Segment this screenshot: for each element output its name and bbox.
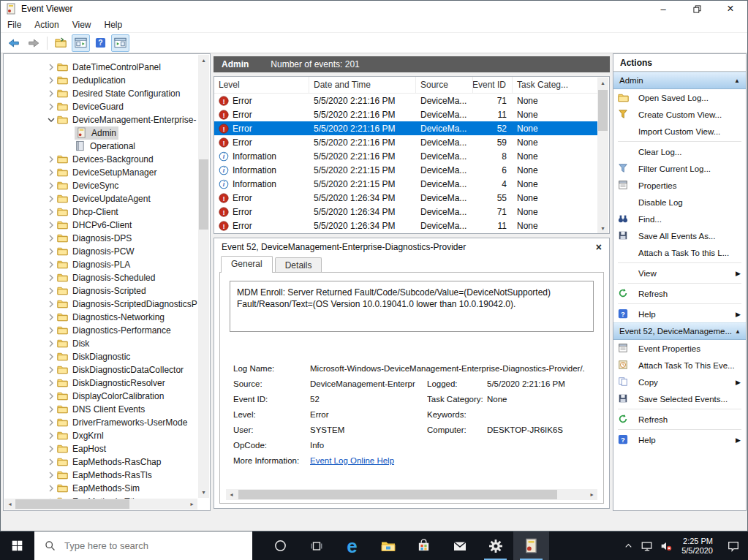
action-center-button[interactable] <box>719 540 748 553</box>
column-header-event-id[interactable]: Event ID <box>473 77 513 93</box>
volume-muted-icon[interactable] <box>657 540 676 553</box>
scroll-left-icon[interactable]: ◂ <box>4 499 15 510</box>
action-copy[interactable]: Copy▶ <box>613 374 746 390</box>
console-tree-toggle[interactable] <box>72 34 90 52</box>
tree-item-devicesync[interactable]: DeviceSync <box>4 179 197 192</box>
action-disable-log[interactable]: Disable Log <box>613 194 746 211</box>
event-row-id-71[interactable]: !Error5/5/2020 1:26:34 PMDeviceMa...71No… <box>214 205 597 219</box>
event-row-id-4[interactable]: iInformation5/5/2020 2:21:15 PMDeviceMa.… <box>214 177 597 191</box>
event-row-id-8[interactable]: iInformation5/5/2020 2:21:16 PMDeviceMa.… <box>214 149 597 163</box>
tree-item-dhcp-client[interactable]: Dhcp-Client <box>4 205 197 219</box>
tree-item-diskdiagnosticdatacollector[interactable]: DiskDiagnosticDataCollector <box>4 363 197 377</box>
chevron-right-icon[interactable] <box>45 219 57 231</box>
tree-item-deviceupdateagent[interactable]: DeviceUpdateAgent <box>4 192 197 205</box>
start-button[interactable] <box>0 531 34 560</box>
tree-item-displaycolorcalibration[interactable]: DisplayColorCalibration <box>4 390 197 403</box>
help-button[interactable]: ? <box>91 34 110 52</box>
forward-button[interactable] <box>24 34 42 52</box>
collapse-icon[interactable]: ▲ <box>731 77 740 84</box>
chevron-right-icon[interactable] <box>45 272 57 284</box>
chevron-down-icon[interactable] <box>45 114 57 126</box>
tree-item-diagnosis-pcw[interactable]: Diagnosis-PCW <box>4 245 197 258</box>
edge-button[interactable]: e <box>334 531 370 560</box>
restore-button[interactable] <box>680 1 714 17</box>
scroll-right-icon[interactable]: ▸ <box>186 499 197 510</box>
tree-item-dxgkrnl[interactable]: DxgKrnl <box>4 429 197 442</box>
chevron-right-icon[interactable] <box>45 351 57 363</box>
event-row-id-59[interactable]: !Error5/5/2020 2:21:16 PMDeviceMa...59No… <box>214 135 597 149</box>
tree-item-deduplication[interactable]: Deduplication <box>4 74 197 87</box>
chevron-right-icon[interactable] <box>45 298 57 310</box>
chevron-right-icon[interactable] <box>45 61 57 73</box>
chevron-right-icon[interactable] <box>45 259 57 270</box>
store-button[interactable] <box>406 531 442 560</box>
chevron-right-icon[interactable] <box>45 180 57 192</box>
tree-item-dns-client-events[interactable]: DNS Client Events <box>4 403 197 416</box>
event-row-id-11[interactable]: !Error5/5/2020 1:26:34 PMDeviceMa...11No… <box>214 219 597 232</box>
chevron-right-icon[interactable] <box>45 232 57 244</box>
tree-item-datetimecontrolpanel[interactable]: DateTimeControlPanel <box>4 61 197 74</box>
chevron-right-icon[interactable] <box>45 75 57 86</box>
tab-general[interactable]: General <box>221 256 273 273</box>
chevron-right-icon[interactable] <box>45 483 57 494</box>
menu-action[interactable]: Action <box>28 18 65 31</box>
tree-item-devices-background[interactable]: Devices-Background <box>4 153 197 166</box>
tree-item-disk[interactable]: Disk <box>4 337 197 350</box>
back-button[interactable] <box>4 34 23 52</box>
action-help[interactable]: ?Help▶ <box>613 431 746 448</box>
tree-item-diagnosis-dps[interactable]: Diagnosis-DPS <box>4 232 197 245</box>
chevron-right-icon[interactable] <box>45 338 57 349</box>
menu-view[interactable]: View <box>66 18 98 31</box>
tree-item-devicesetupmanager[interactable]: DeviceSetupManager <box>4 166 197 179</box>
tree-item-eapmethods-raschap[interactable]: EapMethods-RasChap <box>4 455 197 469</box>
column-header-date-and-time[interactable]: Date and Time <box>309 77 416 93</box>
scroll-down-icon[interactable]: ▾ <box>597 223 608 234</box>
tree-item-diskdiagnostic[interactable]: DiskDiagnostic <box>4 350 197 363</box>
chevron-right-icon[interactable] <box>45 417 57 428</box>
search-input[interactable] <box>63 540 219 552</box>
tree-item-diagnosis-scripteddiagnosticsp[interactable]: Diagnosis-ScriptedDiagnosticsP <box>4 298 197 311</box>
event-row-id-52[interactable]: !Error5/5/2020 2:21:16 PMDeviceMa...52No… <box>214 121 597 135</box>
tree-item-eapmethods-sim[interactable]: EapMethods-Sim <box>4 482 197 495</box>
chevron-right-icon[interactable] <box>45 193 57 205</box>
tree-item-desired-state-configuration[interactable]: Desired State Configuration <box>4 87 197 100</box>
tree-item-dhcpv6-client[interactable]: DHCPv6-Client <box>4 219 197 232</box>
mail-button[interactable] <box>442 531 477 560</box>
actions-section-header-admin[interactable]: Admin▲ <box>613 72 746 89</box>
actions-section-header-event-52-devicemanageme[interactable]: Event 52, DeviceManageme...▲ <box>613 322 746 340</box>
chevron-right-icon[interactable] <box>45 325 57 336</box>
tree-item-deviceguard[interactable]: DeviceGuard <box>4 100 197 113</box>
tree-horizontal-scrollbar[interactable]: ◂ ▸ <box>4 499 197 510</box>
chevron-right-icon[interactable] <box>45 390 57 402</box>
action-help[interactable]: ?Help▶ <box>613 306 746 322</box>
action-attach-a-task-to-this-l[interactable]: Attach a Task To this L... <box>613 244 746 261</box>
chevron-right-icon[interactable] <box>45 285 57 297</box>
network-icon[interactable] <box>638 540 657 553</box>
column-header-source[interactable]: Source <box>416 77 473 93</box>
tree-item-diskdiagnosticresolver[interactable]: DiskDiagnosticResolver <box>4 377 197 390</box>
close-button[interactable]: × <box>714 1 747 17</box>
event-log-online-help-link[interactable]: Event Log Online Help <box>310 455 427 466</box>
action-find[interactable]: Find... <box>613 211 746 227</box>
scroll-up-icon[interactable]: ▴ <box>597 77 608 88</box>
tree-item-driverframeworks-usermode[interactable]: DriverFrameworks-UserMode <box>4 416 197 429</box>
event-row-id-6[interactable]: iInformation5/5/2020 2:21:15 PMDeviceMa.… <box>214 163 597 177</box>
chevron-right-icon[interactable] <box>45 88 57 99</box>
taskbar-search-box[interactable] <box>34 531 252 560</box>
tree-item-eaphost[interactable]: EapHost <box>4 442 197 455</box>
action-refresh[interactable]: Refresh <box>613 411 746 428</box>
tree-item-diagnosis-scheduled[interactable]: Diagnosis-Scheduled <box>4 271 197 284</box>
action-clear-log[interactable]: Clear Log... <box>613 143 746 160</box>
close-icon[interactable]: × <box>596 241 602 253</box>
chevron-right-icon[interactable] <box>45 167 57 178</box>
chevron-right-icon[interactable] <box>45 456 57 468</box>
menu-help[interactable]: Help <box>98 18 129 31</box>
chevron-right-icon[interactable] <box>45 469 57 481</box>
action-create-custom-view[interactable]: Create Custom View... <box>613 106 746 123</box>
action-pane-toggle[interactable] <box>111 34 129 52</box>
details-horizontal-scrollbar[interactable]: ◂ ▸ <box>226 489 597 500</box>
column-header-task-categ[interactable]: Task Categ... <box>513 77 597 93</box>
tree-item-diagnostics-performance[interactable]: Diagnostics-Performance <box>4 324 197 337</box>
tree-item-admin[interactable]: Admin <box>4 126 197 140</box>
tree-item-diagnosis-scripted[interactable]: Diagnosis-Scripted <box>4 284 197 298</box>
